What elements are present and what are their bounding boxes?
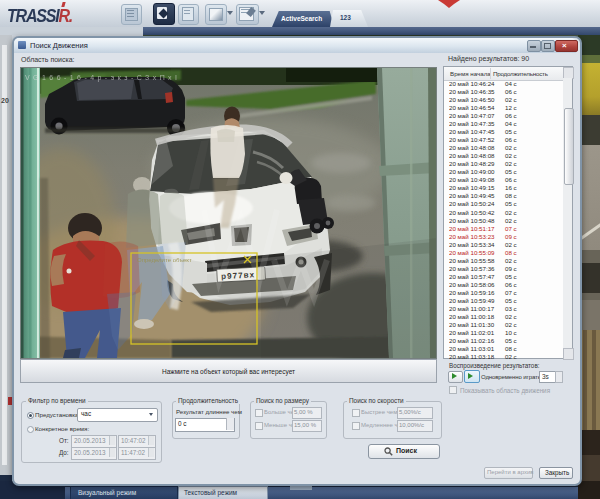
svg-text:Определите объект: Определите объект (137, 257, 192, 263)
